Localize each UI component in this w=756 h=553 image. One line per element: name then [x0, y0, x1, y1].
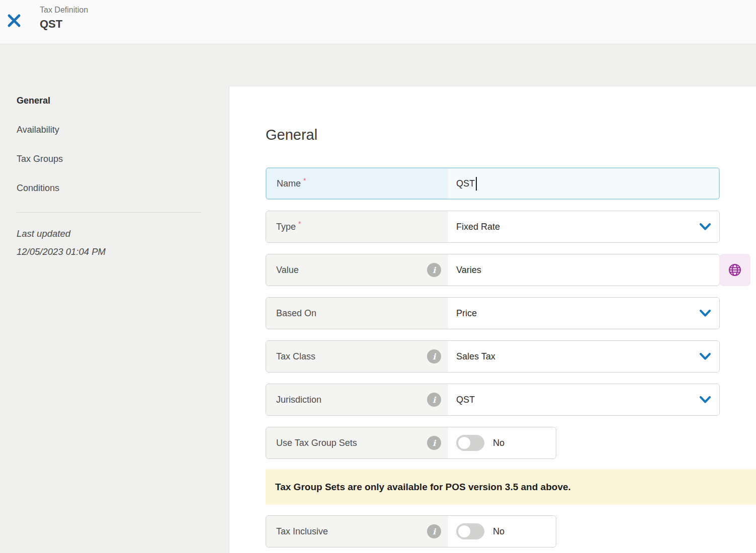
sidebar-divider: [17, 212, 201, 213]
field-row-tax-class: Tax Class i Sales Tax: [266, 340, 720, 373]
last-updated: Last updated 12/05/2023 01:04 PM: [17, 225, 229, 261]
info-icon[interactable]: i: [427, 349, 441, 363]
type-value: Fixed Rate: [456, 222, 500, 232]
pos-version-banner: Tax Group Sets are only available for PO…: [266, 469, 756, 505]
field-row-tax-inclusive: Tax Inclusive i No: [266, 515, 556, 547]
field-row-type: Type * Fixed Rate: [266, 211, 720, 243]
based-on-value: Price: [456, 308, 477, 319]
page-type-label: Tax Definition: [40, 4, 88, 16]
pos-version-banner-text: Tax Group Sets are only available for PO…: [275, 482, 571, 493]
name-label: Name: [277, 178, 301, 189]
toggle-knob-icon: [458, 525, 470, 537]
page-title: QST: [40, 16, 88, 32]
chevron-down-icon: [700, 396, 711, 403]
type-label-cell: Type *: [266, 211, 448, 242]
globe-icon: [726, 261, 743, 279]
tax-class-label-cell: Tax Class i: [266, 341, 448, 372]
value-label-cell: Value i: [266, 254, 448, 286]
info-icon[interactable]: i: [427, 436, 441, 450]
based-on-select[interactable]: Price: [448, 298, 719, 329]
jurisdiction-value: QST: [456, 395, 475, 405]
chevron-down-icon: [700, 310, 711, 317]
text-cursor: [476, 177, 477, 191]
use-tax-group-sets-state: No: [493, 438, 505, 448]
use-tax-group-sets-toggle[interactable]: [456, 435, 484, 451]
last-updated-value: 12/05/2023 01:04 PM: [17, 243, 229, 261]
tax-inclusive-label-cell: Tax Inclusive i: [266, 516, 448, 547]
tax-inclusive-state: No: [493, 526, 505, 537]
type-select[interactable]: Fixed Rate: [448, 211, 719, 242]
field-row-value: Value i Varies: [266, 254, 720, 286]
tax-inclusive-toggle-cell: No: [448, 516, 556, 547]
based-on-label-cell: Based On: [266, 298, 448, 329]
use-tax-group-sets-toggle-cell: No: [448, 427, 556, 458]
info-icon[interactable]: i: [427, 524, 441, 538]
close-icon: [7, 13, 22, 28]
jurisdiction-label: Jurisdiction: [276, 395, 321, 405]
tax-class-label: Tax Class: [276, 351, 315, 362]
value-label: Value: [276, 265, 299, 275]
value-value: Varies: [456, 265, 481, 275]
last-updated-label: Last updated: [17, 225, 229, 243]
tax-inclusive-label: Tax Inclusive: [276, 526, 328, 537]
chevron-down-icon: [700, 223, 711, 230]
use-tax-group-sets-label-cell: Use Tax Group Sets i: [266, 427, 448, 458]
section-title: General: [266, 127, 756, 143]
tax-inclusive-toggle[interactable]: [456, 523, 484, 539]
type-label: Type: [276, 222, 296, 232]
sidebar-item-tax-groups[interactable]: Tax Groups: [17, 153, 63, 164]
use-tax-group-sets-label: Use Tax Group Sets: [276, 438, 357, 448]
info-icon[interactable]: i: [427, 393, 441, 407]
localization-button[interactable]: [719, 254, 750, 286]
jurisdiction-select[interactable]: QST: [448, 384, 719, 415]
main-panel: General Name * QST Type * Fixed Rate: [229, 86, 756, 553]
sidebar: General Availability Tax Groups Conditio…: [0, 45, 229, 553]
close-button[interactable]: [6, 12, 23, 29]
field-row-use-tax-group-sets: Use Tax Group Sets i No: [266, 427, 556, 459]
toggle-knob-icon: [458, 437, 470, 449]
required-asterisk: *: [298, 220, 301, 228]
field-row-name: Name * QST: [266, 167, 720, 200]
jurisdiction-label-cell: Jurisdiction i: [266, 384, 448, 415]
required-asterisk: *: [303, 176, 306, 185]
sidebar-item-general[interactable]: General: [17, 95, 50, 106]
name-label-cell: Name *: [267, 168, 448, 199]
value-input[interactable]: Varies: [448, 254, 719, 286]
tax-definition-form: Name * QST Type * Fixed Rate: [266, 167, 720, 547]
sidebar-item-availability[interactable]: Availability: [17, 124, 59, 135]
sidebar-item-conditions[interactable]: Conditions: [17, 182, 59, 194]
sidebar-nav: General Availability Tax Groups Conditio…: [0, 45, 229, 194]
tax-class-select[interactable]: Sales Tax: [448, 341, 719, 372]
based-on-label: Based On: [276, 308, 316, 319]
tax-class-value: Sales Tax: [456, 351, 495, 362]
field-row-jurisdiction: Jurisdiction i QST: [266, 384, 720, 416]
chevron-down-icon: [700, 353, 711, 360]
field-row-based-on: Based On Price: [266, 297, 720, 329]
name-value: QST: [456, 178, 475, 189]
info-icon[interactable]: i: [427, 263, 441, 277]
header: Tax Definition QST: [0, 0, 756, 44]
name-input[interactable]: QST: [448, 168, 719, 199]
